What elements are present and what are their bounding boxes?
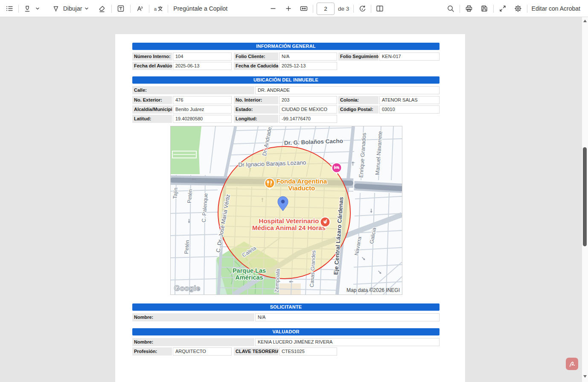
field-label: Longitud: [234, 115, 278, 123]
zoom-in-button[interactable] [282, 2, 295, 15]
search-button[interactable] [444, 2, 457, 15]
fit-width-icon [300, 4, 308, 13]
section-header: VALUADOR [132, 328, 440, 335]
field-row: Fecha del Avalúo:2025-06-13Fecha de Cadu… [132, 62, 440, 70]
field-value: CIUDAD DE MÉXICO [279, 105, 337, 114]
field-label: Folio Cliente: [234, 52, 278, 61]
pdf-toolbar: Dibujar [0, 0, 588, 17]
add-text-button[interactable] [114, 2, 127, 15]
street-label: Tajín [172, 187, 179, 199]
highlight-dropdown[interactable] [34, 2, 41, 15]
fit-to-width-button[interactable] [297, 2, 310, 15]
read-aloud-icon [135, 4, 144, 13]
field-row: Calle:DR. ANDRADE [132, 86, 440, 94]
separator [527, 5, 527, 13]
chevron-down-icon [35, 6, 41, 12]
field-value: 2025-06-13 [173, 62, 232, 70]
scrollbar-thumb[interactable] [583, 147, 587, 246]
google-logo: Google [174, 284, 201, 293]
field-value: ATENOR SALAS [379, 96, 440, 104]
rotate-button[interactable] [356, 2, 369, 15]
save-button[interactable] [478, 2, 491, 15]
draw-label[interactable]: Dibujar [63, 5, 82, 12]
page-number-input[interactable] [317, 3, 335, 15]
section-header: INFORMACIÓN GENERAL [132, 43, 440, 50]
highlight-button[interactable] [21, 2, 34, 15]
field-label: Colonia: [338, 96, 378, 104]
triangle-up-icon [583, 20, 587, 22]
poi-label: Américas [235, 274, 263, 281]
field-label: No. Interior: [234, 96, 278, 104]
field-row: Nombre:N/A [132, 313, 440, 321]
read-aloud-button[interactable] [133, 2, 146, 15]
acrobat-extension-button[interactable] [566, 358, 578, 370]
field-value: KENIA LUCERO JIMÉNEZ RIVERA [255, 338, 440, 346]
map-park-north [171, 126, 201, 174]
poi-label: Hospital Veterinario [259, 217, 319, 225]
street-label: Petén [186, 189, 193, 204]
poi-label: Viaducto [288, 184, 315, 192]
field-label: Alcaldía/Municipio: [132, 105, 172, 114]
field-label: Nombre: [132, 338, 254, 346]
field-label: Código Postal: [338, 105, 378, 114]
street-label: Petén [183, 240, 190, 254]
settings-button[interactable] [512, 2, 524, 15]
poi-label: Médica Animal 24 Horas [252, 224, 326, 231]
vertical-scrollbar[interactable] [582, 17, 588, 382]
document-viewport[interactable]: Dr. G. Bolaños CachoDr Ignacio Barajas L… [0, 17, 582, 382]
pdf-page: Dr. G. Bolaños CachoDr Ignacio Barajas L… [115, 34, 465, 382]
section-header: UBICACIÓN DEL INMUEBLE [132, 76, 440, 84]
scroll-down-button[interactable] [582, 373, 588, 379]
map-image[interactable]: Dr. G. Bolaños CachoDr Ignacio Barajas L… [170, 126, 402, 295]
field-label: Calle: [132, 86, 254, 94]
expand-icon [498, 4, 507, 13]
field-row: Latitud:19.40280580Longitud:-99.14776470 [132, 115, 440, 123]
field-value: ARQUITECTO [173, 347, 232, 356]
map-attribution: Map data ©2026 INEGI [346, 287, 400, 293]
field-label: Fecha de Caducidad: [234, 62, 278, 70]
translate-icon: a [154, 4, 163, 13]
ask-copilot-button[interactable]: Pregúntale a Copilot [173, 5, 227, 12]
page-view-button[interactable] [373, 2, 386, 15]
map-canvas: Dr. G. Bolaños CachoDr Ignacio Barajas L… [171, 126, 402, 295]
translate-button[interactable]: a [152, 2, 165, 15]
edit-with-acrobat-button[interactable]: Editar con Acrobat [532, 5, 580, 12]
erase-button[interactable] [96, 2, 108, 15]
scroll-up-button[interactable] [582, 18, 588, 24]
page-layout-icon [376, 4, 384, 13]
section-header: SOLICITANTE [132, 303, 440, 311]
field-label: Número Interno: [132, 52, 172, 61]
separator [168, 5, 168, 13]
rotate-icon [358, 4, 367, 13]
field-value: N/A [279, 52, 337, 61]
svg-text:a: a [154, 6, 157, 12]
field-row: Alcaldía/Municipio:Benito JuárezEstado:C… [132, 105, 440, 114]
draw-dropdown[interactable] [83, 2, 90, 15]
save-icon [480, 4, 489, 13]
separator [460, 5, 460, 13]
separator [18, 5, 19, 13]
field-label: Folio Seguimiento: [338, 52, 378, 61]
page-total-label: de 3 [338, 6, 349, 12]
zoom-out-button[interactable] [267, 2, 279, 15]
fullscreen-button[interactable] [496, 2, 509, 15]
print-button[interactable] [463, 2, 475, 15]
separator [111, 5, 112, 13]
acrobat-logo-icon [568, 360, 576, 368]
text-box-icon [116, 4, 125, 13]
poi-label: Fonda Argentina [277, 178, 327, 185]
separator [353, 5, 354, 13]
street-label: Zempoala [274, 269, 281, 293]
field-label: Profesión: [132, 347, 172, 356]
field-value: N/A [255, 313, 440, 321]
field-value: DR. ANDRADE [255, 86, 440, 94]
field-label: Latitud: [132, 115, 172, 123]
minus-icon [269, 4, 277, 13]
gear-icon [514, 4, 522, 13]
field-row: Nombre:KENIA LUCERO JIMÉNEZ RIVERA [132, 338, 440, 346]
field-value: CTES1025 [279, 347, 337, 356]
separator [313, 5, 313, 13]
field-label: No. Exterior: [132, 96, 172, 104]
draw-button[interactable] [49, 2, 62, 15]
table-of-contents-button[interactable] [3, 2, 16, 15]
